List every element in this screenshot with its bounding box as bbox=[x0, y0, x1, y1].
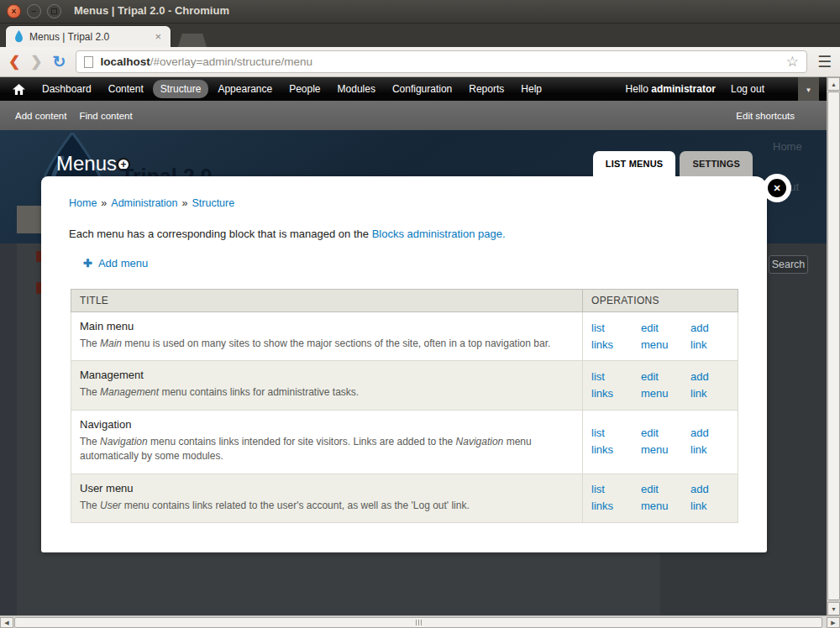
shortcuts-items: Add contentFind content bbox=[15, 111, 145, 121]
op-link-list-links[interactable]: listlinks bbox=[591, 369, 630, 402]
op-link-add-link[interactable]: addlink bbox=[690, 369, 729, 402]
admin-toolbar: DashboardContentStructureAppearancePeopl… bbox=[0, 77, 827, 101]
scroll-down-icon[interactable]: ▼ bbox=[827, 602, 840, 615]
browser-tab[interactable]: Menus | Tripal 2.0 × bbox=[5, 25, 171, 47]
column-header-operations: OPERATIONS bbox=[583, 290, 738, 312]
toolbar-item-help[interactable]: Help bbox=[513, 80, 549, 98]
add-menu-action: ✚ Add menu bbox=[83, 257, 739, 270]
horizontal-scrollbar-thumb[interactable] bbox=[14, 617, 822, 628]
column-header-title: TITLE bbox=[71, 290, 583, 312]
overlay-tabs: LIST MENUSSETTINGS bbox=[593, 151, 753, 176]
table-row-user-menu: User menuThe User menu contains links re… bbox=[71, 474, 738, 522]
op-link-edit-menu[interactable]: editmenu bbox=[641, 320, 680, 353]
window-maximize-button[interactable] bbox=[47, 4, 61, 18]
scrollbar-grip bbox=[416, 620, 417, 625]
back-button-icon[interactable]: ❮ bbox=[8, 53, 20, 71]
greeting-text: Hello administrator bbox=[626, 83, 716, 95]
operations-cell: listlinkseditmenuaddlink bbox=[583, 410, 738, 474]
toolbar-item-content[interactable]: Content bbox=[101, 80, 151, 98]
plus-icon: ✚ bbox=[83, 257, 92, 270]
toolbar-item-reports[interactable]: Reports bbox=[461, 80, 512, 98]
drupal-favicon-icon bbox=[13, 30, 24, 43]
address-bar[interactable]: localhost /#overlay=admin/structure/menu… bbox=[76, 50, 807, 73]
op-link-add-link[interactable]: addlink bbox=[690, 320, 729, 353]
browser-toolbar: ❮ ❯ ↻ localhost /#overlay=admin/structur… bbox=[0, 47, 840, 77]
menu-name: Main menu bbox=[80, 320, 574, 332]
toolbar-item-appearance[interactable]: Appearance bbox=[210, 80, 280, 98]
breadcrumb-link-structure[interactable]: Structure bbox=[192, 197, 234, 209]
toolbar-item-configuration[interactable]: Configuration bbox=[385, 80, 459, 98]
table-body: Main menuThe Main menu is used on many s… bbox=[71, 312, 738, 523]
scrollbar-grip bbox=[421, 620, 422, 625]
url-host: localhost bbox=[100, 55, 150, 68]
logout-link[interactable]: Log out bbox=[731, 83, 764, 95]
tab-close-icon[interactable]: × bbox=[153, 30, 163, 43]
operations-cell: listlinkseditmenuaddlink bbox=[583, 361, 738, 410]
breadcrumb-link-home[interactable]: Home bbox=[69, 197, 97, 209]
scroll-left-icon[interactable]: ◀ bbox=[0, 617, 13, 628]
new-tab-button[interactable] bbox=[178, 34, 207, 47]
page-icon bbox=[84, 56, 93, 68]
admin-overlay: LIST MENUSSETTINGS ✕ Home»Administration… bbox=[41, 176, 767, 552]
edit-shortcuts-link[interactable]: Edit shortcuts bbox=[736, 111, 795, 121]
op-link-edit-menu[interactable]: editmenu bbox=[641, 425, 680, 458]
toolbar-item-dashboard[interactable]: Dashboard bbox=[34, 80, 99, 98]
overlay-tab-list-menus[interactable]: LIST MENUS bbox=[593, 151, 676, 176]
browser-menu-icon[interactable]: ☰ bbox=[817, 54, 832, 70]
breadcrumb: Home»Administration»Structure bbox=[69, 197, 739, 209]
overlay-close-button[interactable]: ✕ bbox=[768, 179, 786, 197]
op-link-edit-menu[interactable]: editmenu bbox=[641, 369, 680, 402]
overlay-content: Home»Administration»Structure Each menu … bbox=[41, 176, 767, 523]
shortcut-find-content[interactable]: Find content bbox=[79, 111, 132, 121]
shortcuts-bar: Add contentFind content Edit shortcuts bbox=[0, 101, 827, 130]
main-menu-home-link[interactable]: Home bbox=[773, 140, 802, 153]
admin-toolbar-menu: DashboardContentStructureAppearancePeopl… bbox=[34, 80, 551, 98]
vertical-scrollbar-thumb[interactable] bbox=[827, 92, 840, 600]
menu-title-cell: NavigationThe Navigation menu contains l… bbox=[71, 410, 583, 474]
url-path: /#overlay=admin/structure/menu bbox=[150, 55, 312, 68]
menu-description: The Navigation menu contains links inten… bbox=[80, 435, 574, 464]
menu-title-cell: Main menuThe Main menu is used on many s… bbox=[71, 312, 583, 361]
search-button[interactable]: Search bbox=[769, 255, 808, 274]
breadcrumb-separator: » bbox=[101, 197, 107, 209]
overlay-tab-settings[interactable]: SETTINGS bbox=[680, 151, 753, 176]
window-minimize-button[interactable]: − bbox=[27, 4, 41, 18]
forward-button-icon[interactable]: ❯ bbox=[30, 53, 42, 71]
op-link-edit-menu[interactable]: editmenu bbox=[641, 481, 680, 515]
op-link-list-links[interactable]: listlinks bbox=[591, 425, 630, 458]
menu-name: Management bbox=[80, 369, 574, 381]
op-link-list-links[interactable]: listlinks bbox=[591, 320, 630, 353]
home-icon[interactable] bbox=[13, 84, 25, 95]
reload-button-icon[interactable]: ↻ bbox=[53, 52, 66, 71]
add-menu-link[interactable]: Add menu bbox=[98, 257, 148, 270]
toolbar-item-modules[interactable]: Modules bbox=[330, 80, 383, 98]
menu-description: The Main menu is used on many sites to s… bbox=[80, 337, 574, 351]
window-close-button[interactable]: × bbox=[7, 4, 21, 18]
toolbar-toggle-button[interactable]: ▼ bbox=[798, 77, 819, 103]
browser-tabstrip: Menus | Tripal 2.0 × bbox=[0, 24, 840, 47]
bookmark-star-icon[interactable]: ☆ bbox=[786, 53, 799, 71]
toolbar-item-structure[interactable]: Structure bbox=[153, 80, 209, 98]
blocks-admin-link[interactable]: Blocks administration page bbox=[372, 228, 502, 240]
menu-name: User menu bbox=[80, 482, 574, 495]
horizontal-scrollbar[interactable]: ◀ ▶ bbox=[0, 615, 840, 628]
vertical-scrollbar[interactable]: ▲ ▼ bbox=[827, 77, 840, 615]
menu-title-cell: ManagementThe Management menu contains l… bbox=[71, 361, 583, 410]
op-link-list-links[interactable]: listlinks bbox=[591, 481, 630, 515]
scroll-right-icon[interactable]: ▶ bbox=[827, 617, 840, 628]
intro-prefix: Each menu has a corresponding block that… bbox=[69, 228, 372, 240]
table-header: TITLEOPERATIONS bbox=[71, 290, 738, 312]
caret-down-icon: ▼ bbox=[806, 86, 812, 94]
op-link-add-link[interactable]: addlink bbox=[690, 481, 729, 515]
menu-description: The User menu contains links related to … bbox=[80, 499, 574, 513]
menus-table: TITLEOPERATIONS Main menuThe Main menu i… bbox=[71, 289, 738, 523]
admin-toolbar-account: Hello administrator Log out bbox=[626, 83, 827, 95]
menu-name: Navigation bbox=[80, 418, 574, 431]
menu-title-cell: User menuThe User menu contains links re… bbox=[71, 474, 583, 522]
scroll-up-icon[interactable]: ▲ bbox=[827, 77, 840, 91]
op-link-add-link[interactable]: addlink bbox=[690, 425, 729, 458]
breadcrumb-link-administration[interactable]: Administration bbox=[111, 197, 177, 209]
scrollbar-grip bbox=[418, 620, 419, 625]
shortcut-add-content[interactable]: Add content bbox=[15, 111, 66, 121]
toolbar-item-people[interactable]: People bbox=[281, 80, 328, 98]
